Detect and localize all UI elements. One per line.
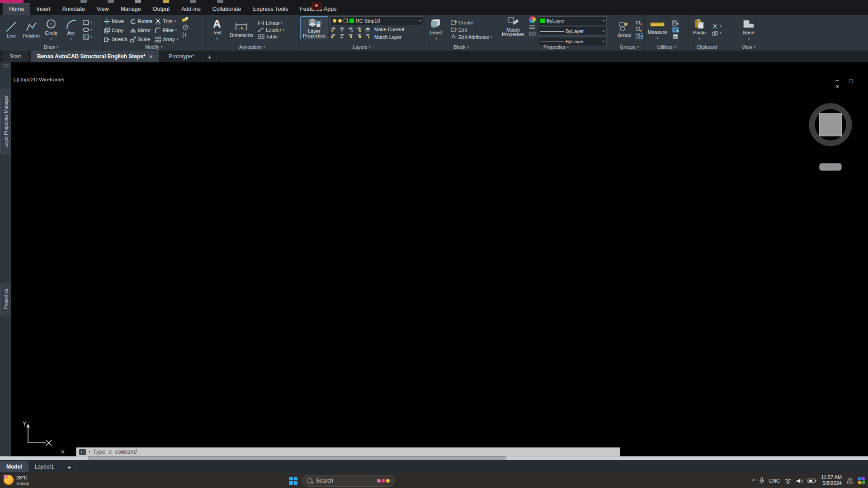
language-indicator[interactable]: ENG: [769, 478, 780, 483]
start-button[interactable]: [289, 477, 297, 485]
measure-button[interactable]: Measure▾: [646, 19, 669, 41]
menu-item-output[interactable]: Output: [147, 4, 176, 15]
model-tab[interactable]: Model: [0, 461, 28, 472]
edit-attributes-button[interactable]: Edit Attributes▾: [451, 34, 492, 40]
notification-bell-icon[interactable]: z: [846, 478, 854, 484]
linear-button[interactable]: Linear▾: [258, 20, 284, 26]
rectangle-tool-button[interactable]: ▾: [83, 20, 92, 25]
properties-panel-label[interactable]: Properties»: [498, 43, 614, 51]
annotation-panel-label[interactable]: Annotation▾: [206, 43, 298, 51]
copy-clip-icon[interactable]: ▾: [712, 31, 722, 36]
trim-button[interactable]: Trim▾: [155, 17, 178, 26]
copy-button[interactable]: Copy: [104, 26, 127, 35]
volume-icon[interactable]: [796, 478, 803, 484]
utilities-panel-label[interactable]: Utilities▾: [645, 43, 689, 51]
clock[interactable]: 11:57 AM 5/8/2024: [821, 474, 842, 487]
layer-on2-icon[interactable]: [330, 33, 336, 38]
microphone-icon[interactable]: [759, 477, 764, 484]
close-tab-icon[interactable]: ✕: [149, 54, 153, 59]
menu-item-add-ins[interactable]: Add-ins: [175, 4, 206, 15]
lineweight-dropdown[interactable]: ByLayer▾: [538, 27, 607, 36]
scale-button[interactable]: Scale: [130, 35, 152, 44]
battery-icon[interactable]: [807, 478, 816, 483]
block-panel-label[interactable]: Block▾: [425, 43, 498, 51]
insert-button[interactable]: Insert▾: [426, 18, 446, 42]
quick-select-icon[interactable]: [672, 20, 679, 26]
clipboard-panel-label[interactable]: Clipboard: [689, 43, 725, 51]
table-button[interactable]: Table: [258, 34, 284, 39]
record-indicator-icon[interactable]: [312, 2, 322, 10]
menu-item-express-tools[interactable]: Express Tools: [247, 4, 294, 15]
search-box[interactable]: Search: [302, 475, 395, 487]
palette-tab-layer-properties-manager[interactable]: Layer Properties Manager: [0, 89, 11, 154]
stretch-button[interactable]: Stretch: [104, 35, 127, 44]
group-edit-icon[interactable]: [636, 27, 642, 32]
widgets-icon[interactable]: [858, 477, 865, 484]
object-color-dropdown[interactable]: ByLayer▾: [538, 16, 607, 25]
array-button[interactable]: Array▾: [155, 35, 178, 44]
weather-widget[interactable]: 1 28°C Sunny: [4, 475, 29, 488]
arc-tool-button[interactable]: Arc ▾: [61, 18, 81, 42]
layer-off-icon[interactable]: [330, 27, 336, 32]
rotate-button[interactable]: Rotate: [130, 17, 152, 26]
quick-calc-icon[interactable]: [672, 34, 679, 39]
command-close-icon[interactable]: ✕: [61, 449, 65, 455]
layer-isolate-icon[interactable]: [339, 27, 345, 32]
command-line[interactable]: >_ ▾ Type a command: [76, 447, 620, 456]
drawing-canvas[interactable]: [11, 62, 868, 456]
select-window-icon[interactable]: [672, 27, 679, 33]
hatch-tool-button[interactable]: ▾: [83, 34, 92, 40]
scrollbar-thumb[interactable]: [88, 456, 506, 460]
base-button[interactable]: Base▾: [739, 18, 759, 42]
menu-item-collaborate[interactable]: Collaborate: [207, 4, 247, 15]
transparency-icon[interactable]: [529, 32, 536, 36]
leader-button[interactable]: Leader▾: [258, 27, 284, 33]
draw-panel-label[interactable]: Draw▾: [0, 43, 102, 51]
dock-grip[interactable]: [3, 64, 9, 67]
group-selection-icon[interactable]: [636, 33, 642, 38]
menu-item-view[interactable]: View: [91, 4, 115, 15]
palette-tab-properties[interactable]: Properties: [0, 283, 11, 315]
menu-item-annotate[interactable]: Annotate: [57, 4, 91, 15]
line-tool-button[interactable]: Line: [1, 20, 21, 39]
dimension-button[interactable]: Dimension: [229, 21, 254, 38]
paste-button[interactable]: Paste▾: [690, 18, 708, 42]
polyline-tool-button[interactable]: Polyline: [21, 20, 41, 39]
ungroup-icon[interactable]: [636, 21, 642, 26]
group-button[interactable]: Group: [616, 21, 633, 38]
text-button[interactable]: A Text▾: [207, 18, 227, 42]
modify-panel-label[interactable]: Modify▾: [103, 43, 205, 51]
mirror-button[interactable]: Mirror: [130, 26, 152, 35]
groups-panel-label[interactable]: Groups▾: [614, 43, 644, 51]
file-tab-1[interactable]: Benaa AutoCAD Structural English Steps*✕: [31, 51, 159, 62]
layout1-tab[interactable]: Layout1: [28, 461, 61, 472]
view-panel-label[interactable]: View▾: [725, 43, 772, 51]
explode-icon[interactable]: [182, 24, 189, 30]
new-drawing-tab-button[interactable]: +: [204, 53, 215, 61]
match-layer-button[interactable]: Match Layer: [374, 34, 405, 40]
file-tab-2[interactable]: Prototype*: [162, 51, 200, 62]
layers-panel-label[interactable]: Layers▾: [299, 43, 425, 51]
viewport-controls-label[interactable]: [-][Top][2D Wireframe]: [14, 77, 64, 82]
tray-chevron-icon[interactable]: ^: [752, 478, 755, 483]
match-properties-button[interactable]: MatchProperties: [500, 16, 527, 38]
fillet-button[interactable]: Fillet▾: [155, 26, 178, 35]
menu-item-home[interactable]: Home: [3, 3, 30, 15]
lineweight-list-icon[interactable]: [529, 25, 536, 29]
menu-item-insert[interactable]: Insert: [30, 4, 56, 15]
erase-icon[interactable]: [182, 17, 189, 23]
view-cube[interactable]: [793, 87, 868, 175]
layer-lock-icon[interactable]: [356, 27, 362, 32]
create-block-button[interactable]: Create: [451, 20, 492, 25]
wifi-icon[interactable]: [784, 478, 792, 484]
new-layout-button[interactable]: +: [64, 462, 75, 472]
layer-properties-button[interactable]: LayerProperties: [300, 16, 328, 39]
cut-icon[interactable]: ▾: [712, 24, 722, 29]
layer-thaw2-icon[interactable]: [348, 33, 354, 38]
layer-dropdown[interactable]: RC Strip10 ▾: [330, 16, 423, 25]
ellipse-tool-button[interactable]: ▾: [83, 27, 92, 33]
make-current-button[interactable]: Make Current: [374, 27, 405, 32]
command-prompt-icon[interactable]: >_: [79, 449, 86, 455]
match-layer-icon[interactable]: [365, 33, 371, 38]
color-wheel-icon[interactable]: [529, 16, 536, 23]
